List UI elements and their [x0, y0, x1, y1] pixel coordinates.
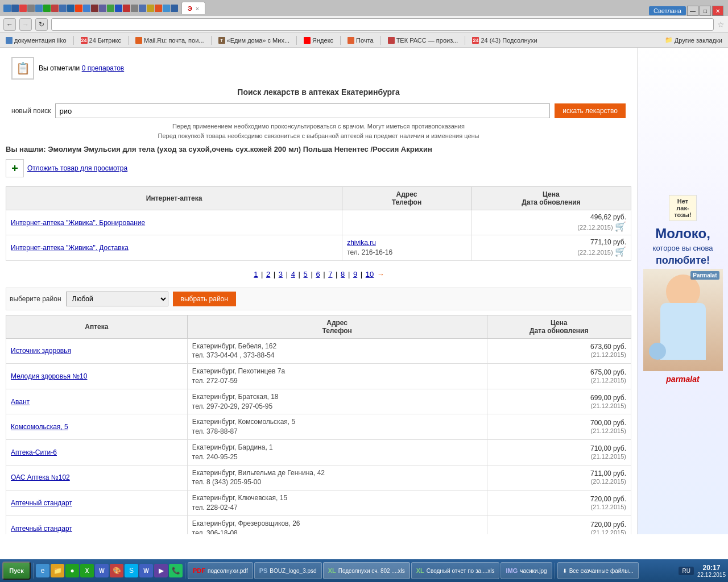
pharmacy-website-link[interactable]: zhivika.ru — [347, 239, 376, 247]
taskbar-item-downloads[interactable]: ⬇ Все скачанные файлы... — [557, 562, 639, 579]
bookmark-edimdoma[interactable]: т «Едим дома» с Мих... — [215, 36, 293, 45]
pharmacy-address-cell: Екатеринбург, Бебеля, 162тел. 373-04-04 … — [187, 338, 487, 364]
bookmark-bitrix[interactable]: 24 24 Битрикс — [77, 36, 125, 45]
pharmacy-name-link[interactable]: Источник здоровья — [11, 347, 71, 355]
taskbar-item-xls2[interactable]: XL Сводный отчет по за....xls — [411, 562, 500, 579]
search-section: новый поиск искать лекарство — [6, 103, 631, 118]
tab-icon-20 — [155, 5, 162, 12]
pharmacy-table-row: Аптека-Сити-6 Екатеринбург, Бардина, 1те… — [6, 439, 631, 465]
taskbar-call-icon[interactable]: 📞 — [169, 564, 183, 577]
taskbar-item-xls1[interactable]: XL Подсолнухи сч. 802 ....xls — [323, 562, 410, 579]
taskbar-paint-icon[interactable]: 🎨 — [110, 564, 123, 577]
taskbar-chrome-icon[interactable]: ● — [65, 564, 79, 577]
pagination-arrow: → — [377, 270, 384, 278]
bookmark-yandex[interactable]: Яндекс — [300, 36, 337, 45]
taskbar-item-img-label: часики.jpg — [520, 568, 547, 574]
pharmacy-table-header-name: Аптека — [6, 315, 188, 338]
ad-top-text: Нетлак-тозы! — [669, 195, 696, 221]
bookmark-icon-edimdoma: т — [218, 37, 225, 44]
online-pharmacy-link[interactable]: Интернет-аптека "Живика". Доставка — [11, 244, 129, 252]
address-input[interactable]: www.e1.ru/health/pharma/med-72595 — [51, 18, 714, 31]
pharmacy-name-link[interactable]: Аптека-Сити-6 — [11, 448, 57, 456]
star-icon[interactable]: ☆ — [717, 20, 725, 29]
minimize-button[interactable]: — — [687, 6, 698, 16]
page-link-7[interactable]: 7 — [328, 270, 332, 278]
bookmark-separator-4 — [296, 36, 297, 45]
restore-button[interactable]: □ — [700, 6, 711, 16]
tab-icon-13 — [99, 5, 106, 12]
postpone-link[interactable]: Отложить товар для просмотра — [27, 164, 127, 172]
pharmacy-date: (21.12.2015) — [591, 351, 626, 358]
tab-icon-12 — [91, 5, 98, 12]
bookmark-iiko[interactable]: документация iiko — [2, 36, 70, 45]
search-input[interactable] — [55, 103, 550, 118]
pharmacy-name-cell: Аптека-Сити-6 — [6, 439, 188, 465]
page-link-9[interactable]: 9 — [353, 270, 357, 278]
active-tab[interactable]: Э × — [181, 2, 205, 14]
bookmark-label-bitrix: 24 Битрикс — [89, 37, 121, 44]
pharmacy-name-link[interactable]: Аптечный стандарт — [11, 525, 72, 533]
bookmarks-bar: документация iiko 24 24 Битрикс Mail.Ru:… — [0, 33, 728, 48]
bookmark-24b[interactable]: 24 24 (43) Подсолнухи — [469, 36, 540, 45]
tab-icon-22 — [171, 5, 178, 12]
notice-link[interactable]: 0 препаратов — [82, 64, 125, 72]
user-label: Светлана — [649, 6, 686, 15]
taskbar-excel-icon[interactable]: X — [80, 564, 94, 577]
pharmacy-name-link[interactable]: Мелодия здоровья №10 — [11, 372, 87, 380]
bookmark-label-edimdoma: «Едим дома» с Мих... — [227, 37, 290, 44]
tab-icon-8 — [59, 5, 67, 12]
taskbar-item-psd[interactable]: PS BOUZ_logo_3.psd — [254, 562, 322, 579]
close-button[interactable]: ✕ — [712, 6, 723, 16]
page-link-6[interactable]: 6 — [316, 270, 320, 278]
page-link-4[interactable]: 4 — [291, 270, 295, 278]
page-link-8[interactable]: 8 — [341, 270, 345, 278]
taskbar-media-icon[interactable]: ▶ — [154, 564, 168, 577]
taskbar-ie-icon[interactable]: e — [36, 564, 49, 577]
taskbar-item-img[interactable]: IMG часики.jpg — [500, 562, 552, 579]
pharmacy-name-link[interactable]: Авант — [11, 398, 30, 406]
bookmark-mail[interactable]: Mail.Ru: почта, пои... — [132, 36, 208, 45]
notice-icon: 📋 — [11, 57, 34, 80]
pharmacy-address-cell: Екатеринбург, Братская, 18тел. 297-20-29… — [187, 389, 487, 414]
pharmacy-address-cell: Екатеринбург, Фрезеровщиков, 26тел. 306-… — [187, 516, 487, 534]
region-button[interactable]: выбрать район — [173, 292, 236, 306]
pharmacy-price-cell: 710,00 руб.(21.12.2015) — [487, 439, 631, 465]
taskbar-folder-icon[interactable]: 📁 — [51, 564, 64, 577]
refresh-button[interactable]: ↻ — [35, 18, 48, 31]
bookmark-pochta[interactable]: Почта — [344, 36, 377, 45]
pharmacy-name-cell: Аптечный стандарт — [6, 490, 188, 516]
pharmacy-phone: тел. 240-95-25 — [192, 453, 238, 461]
tab-icon-7 — [51, 5, 59, 12]
page-link-1[interactable]: 1 — [254, 270, 258, 278]
online-pharmacy-link[interactable]: Интернет-аптека "Живика". Бронирование — [11, 219, 145, 227]
forward-button[interactable]: → — [19, 18, 32, 31]
taskbar-item-pdf-label: подсолнухи.pdf — [208, 568, 248, 574]
taskbar-skype-icon[interactable]: S — [125, 564, 138, 577]
cart-icon[interactable]: 🛒 — [615, 247, 626, 256]
bookmark-tek[interactable]: ТЕК РАСС — произ... — [384, 36, 462, 45]
other-bookmarks[interactable]: 📁 Другие закладки — [661, 35, 726, 45]
taskbar-word2-icon[interactable]: W — [139, 564, 153, 577]
pharmacy-date: (21.12.2015) — [591, 377, 626, 384]
taskbar-word-icon[interactable]: W — [95, 564, 109, 577]
pharmacy-name-link[interactable]: Аптечный стандарт — [11, 499, 72, 507]
tab-icon-17 — [131, 5, 138, 12]
bookmark-label-pochta: Почта — [356, 37, 374, 44]
pharmacy-name-link[interactable]: ОАС Аптека №102 — [11, 473, 70, 481]
sidebar-ad: Нетлак-тозы! Молоко, которое вы снова по… — [637, 48, 728, 534]
page-link-10[interactable]: 10 — [366, 270, 374, 278]
tab-icon-2 — [11, 5, 19, 12]
taskbar-item-pdf[interactable]: PDF подсолнухи.pdf — [188, 562, 253, 579]
clock-date: 22.12.2015 — [697, 572, 726, 578]
back-button[interactable]: ← — [3, 18, 16, 31]
pharmacy-name-link[interactable]: Комсомольская, 5 — [11, 423, 68, 431]
region-select[interactable]: ЛюбойВерх-ИсетскийЖелезнодорожныйКировск… — [66, 292, 168, 306]
page-link-2[interactable]: 2 — [266, 270, 270, 278]
start-button[interactable]: Пуск — [2, 562, 31, 580]
tab-icon-14 — [107, 5, 114, 12]
page-link-5[interactable]: 5 — [304, 270, 308, 278]
notice-text: Вы отметили — [39, 64, 80, 72]
page-link-3[interactable]: 3 — [279, 270, 283, 278]
cart-icon[interactable]: 🛒 — [615, 222, 626, 231]
search-button[interactable]: искать лекарство — [555, 103, 626, 118]
